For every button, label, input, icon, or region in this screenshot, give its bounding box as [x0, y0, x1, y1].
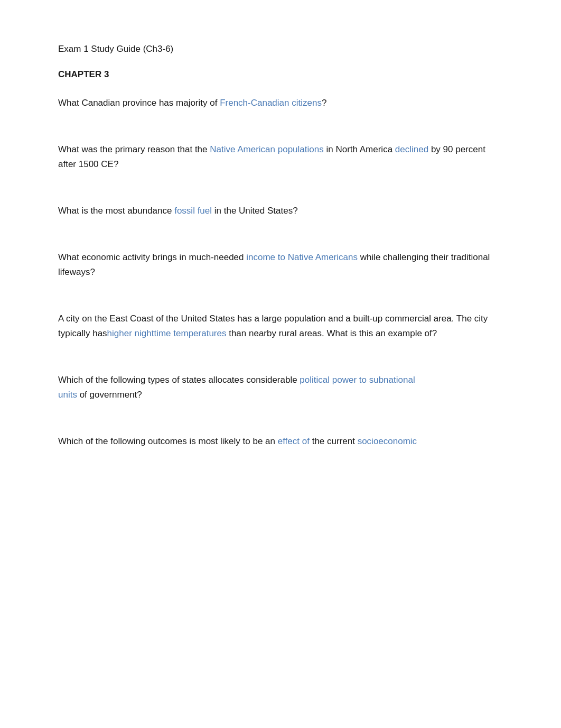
question-2-text: What was the primary reason that the Nat… [58, 142, 503, 172]
q4-part1: What economic activity brings in much-ne… [58, 252, 246, 262]
q2-part2: in North America [324, 144, 395, 154]
q7-part1: Which of the following outcomes is most … [58, 436, 278, 446]
question-7: Which of the following outcomes is most … [58, 434, 503, 449]
question-5: A city on the East Coast of the United S… [58, 311, 503, 341]
q1-part2: ? [322, 98, 326, 108]
q4-highlight1: income to Native Americans [246, 252, 358, 262]
question-5-text: A city on the East Coast of the United S… [58, 311, 503, 341]
q6-part1: Which of the following types of states a… [58, 375, 300, 385]
question-3-text: What is the most abundance fossil fuel i… [58, 204, 503, 218]
question-4: What economic activity brings in much-ne… [58, 250, 503, 280]
question-1-text: What Canadian province has majority of F… [58, 96, 503, 110]
question-3: What is the most abundance fossil fuel i… [58, 204, 503, 218]
q3-part2: in the United States? [212, 206, 298, 216]
q5-part2: than nearby rural areas. What is this an… [226, 328, 437, 338]
q7-part2: the current [310, 436, 358, 446]
question-6: Which of the following types of states a… [58, 373, 503, 402]
q3-part1: What is the most abundance [58, 206, 174, 216]
question-6-text: Which of the following types of states a… [58, 373, 503, 402]
q2-part1: What was the primary reason that the [58, 144, 210, 154]
q1-highlight1: French-Canadian citizens [220, 98, 322, 108]
page-title: Exam 1 Study Guide (Ch3-6) [58, 42, 503, 56]
question-2: What was the primary reason that the Nat… [58, 142, 503, 172]
q3-highlight1: fossil fuel [174, 206, 212, 216]
q5-highlight1: higher nighttime temperatures [107, 328, 227, 338]
q2-highlight2: declined [395, 144, 428, 154]
q7-highlight1: effect of [278, 436, 310, 446]
chapter-heading: CHAPTER 3 [58, 68, 503, 81]
q7-highlight2: socioeconomic [358, 436, 417, 446]
question-4-text: What economic activity brings in much-ne… [58, 250, 503, 280]
q6-part2: of government? [77, 390, 142, 400]
question-7-text: Which of the following outcomes is most … [58, 434, 503, 449]
q1-part1: What Canadian province has majority of [58, 98, 220, 108]
q2-highlight1: Native American populations [210, 144, 323, 154]
question-1: What Canadian province has majority of F… [58, 96, 503, 110]
